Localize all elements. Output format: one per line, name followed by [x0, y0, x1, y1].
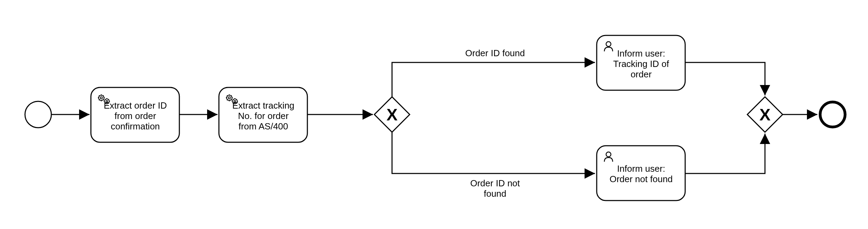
task-extract-order-id-line2: from order — [114, 111, 156, 121]
gateway-merge-x: X — [759, 105, 771, 124]
flow-found-to-merge — [685, 62, 765, 95]
end-event — [820, 102, 845, 127]
task-inform-not-found-line1: Inform user: — [617, 163, 665, 174]
task-inform-not-found-line2: Order not found — [610, 174, 673, 184]
task-extract-tracking-line3: from AS/400 — [238, 121, 288, 132]
gateway-merge: X — [747, 97, 783, 132]
task-inform-not-found: Inform user: Order not found — [597, 146, 685, 201]
label-order-id-not-found-line2: found — [484, 188, 506, 199]
label-order-id-not-found-line1: Order ID not — [470, 178, 520, 188]
task-inform-tracking-line2: Tracking ID of — [613, 59, 670, 69]
task-inform-tracking: Inform user: Tracking ID of order — [597, 35, 685, 90]
task-extract-tracking-line2: No. for order — [238, 111, 289, 121]
task-extract-order-id-line3: confirmation — [111, 121, 160, 132]
flow-split-to-notfound — [392, 132, 595, 173]
start-event — [25, 101, 51, 128]
gateway-split: X — [374, 97, 410, 132]
task-inform-tracking-line3: order — [631, 69, 652, 79]
gateway-split-x: X — [386, 105, 398, 124]
task-extract-tracking: Extract tracking No. for order from AS/4… — [219, 87, 307, 142]
task-extract-order-id: Extract order ID from order confirmation — [91, 87, 179, 142]
task-inform-tracking-line1: Inform user: — [617, 48, 665, 59]
label-order-id-found: Order ID found — [465, 48, 525, 58]
task-extract-tracking-line1: Extract tracking — [232, 100, 294, 111]
flow-split-to-found — [392, 62, 595, 97]
flow-notfound-to-merge — [685, 134, 765, 173]
task-extract-order-id-line1: Extract order ID — [104, 100, 167, 111]
